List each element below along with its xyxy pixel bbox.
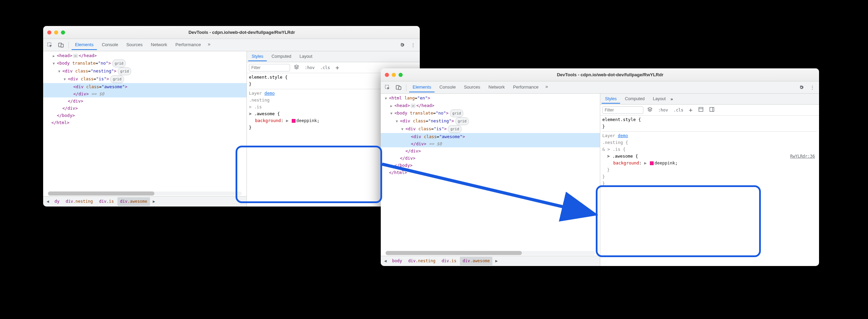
new-rule-button[interactable]: +: [687, 107, 694, 113]
horizontal-scrollbar[interactable]: [386, 251, 595, 255]
tab-computed[interactable]: Computed: [621, 95, 648, 104]
sidebar-toggle-icon[interactable]: [707, 106, 716, 114]
grid-badge[interactable]: grid: [450, 109, 463, 117]
dom-html-close[interactable]: </html>: [43, 119, 247, 126]
source-link[interactable]: RwYLRdr:36: [790, 153, 815, 160]
dom-div-is[interactable]: ▼<div class="is">grid: [381, 125, 600, 133]
breadcrumb-awesome[interactable]: div.awesome: [460, 257, 492, 265]
breadcrumb-prev-icon[interactable]: ◀: [382, 257, 389, 265]
dom-head[interactable]: ▶<head>⋯</head>: [381, 102, 600, 109]
kebab-menu-icon[interactable]: ⋮: [408, 40, 418, 50]
dom-div-is[interactable]: ▼<div class="is">grid: [43, 75, 247, 83]
layers-icon[interactable]: [645, 106, 654, 114]
grid-badge[interactable]: grid: [110, 75, 124, 83]
breadcrumb-awesome[interactable]: div.awesome: [117, 197, 150, 206]
dom-div-awesome[interactable]: <div class="awesome">: [381, 133, 600, 140]
grid-badge[interactable]: grid: [448, 125, 461, 133]
minimize-icon[interactable]: [54, 30, 58, 35]
cls-button[interactable]: .cls: [672, 107, 685, 113]
tab-styles[interactable]: Styles: [248, 52, 267, 61]
grid-badge[interactable]: grid: [118, 67, 131, 75]
device-toggle-icon[interactable]: [394, 83, 403, 92]
breadcrumb-body[interactable]: body: [389, 257, 405, 265]
dom-div-is-close[interactable]: </div>: [43, 97, 247, 105]
settings-icon[interactable]: [397, 40, 407, 50]
layers-icon[interactable]: [292, 64, 301, 71]
dom-tree[interactable]: ▼<html lang="en"> ▶<head>⋯</head> ▼<body…: [381, 94, 600, 251]
styles-body[interactable]: element.style { } Layer demo RwYLRdr:36 …: [600, 116, 819, 188]
dom-body[interactable]: ▼<body translate="no">grid: [381, 109, 600, 117]
dom-div-awesome-close[interactable]: </div> == $0: [43, 90, 247, 97]
tab-console[interactable]: Console: [436, 82, 459, 92]
tab-elements[interactable]: Elements: [409, 82, 435, 92]
new-rule-button[interactable]: +: [334, 65, 341, 71]
tab-sources[interactable]: Sources: [123, 40, 146, 50]
tabs-overflow-icon[interactable]: »: [206, 40, 213, 50]
dom-html[interactable]: ▼<html lang="en">: [381, 94, 600, 102]
device-toggle-icon[interactable]: [56, 40, 66, 50]
inspect-icon[interactable]: [45, 40, 55, 50]
kebab-menu-icon[interactable]: ⋮: [807, 83, 817, 92]
tab-network[interactable]: Network: [485, 82, 508, 92]
breadcrumb-prev-icon[interactable]: ◀: [45, 198, 51, 205]
tab-elements[interactable]: Elements: [72, 40, 97, 50]
breadcrumb-next-icon[interactable]: ▶: [151, 198, 157, 205]
color-swatch-icon[interactable]: [292, 119, 295, 123]
tab-network[interactable]: Network: [148, 40, 171, 50]
dom-body-close[interactable]: </body>: [381, 162, 600, 169]
layer-link[interactable]: demo: [618, 133, 628, 138]
dom-div-awesome[interactable]: <div class="awesome">: [43, 83, 247, 90]
dom-div-nesting-close[interactable]: </div>: [43, 105, 247, 112]
horizontal-scrollbar[interactable]: [48, 191, 242, 196]
breadcrumb-is[interactable]: div.is: [96, 197, 116, 206]
dom-head[interactable]: ▶<head>⋯</head>: [43, 52, 247, 59]
dom-div-nesting[interactable]: ▼<div class="nesting">grid: [43, 67, 247, 75]
color-swatch-icon[interactable]: [650, 161, 654, 165]
tab-sources[interactable]: Sources: [461, 82, 484, 92]
dom-div-awesome-close[interactable]: </div> == $0: [381, 140, 600, 147]
selector-awesome[interactable]: > .awesome {: [602, 153, 817, 160]
filter-input[interactable]: [602, 106, 643, 114]
inspect-icon[interactable]: [383, 83, 392, 92]
tab-console[interactable]: Console: [98, 40, 122, 50]
dom-div-nesting-close[interactable]: </div>: [381, 155, 600, 162]
zoom-icon[interactable]: [399, 73, 403, 77]
breadcrumb-body[interactable]: dy: [52, 197, 62, 206]
close-icon[interactable]: [385, 73, 389, 77]
tab-layout[interactable]: Layout: [296, 52, 316, 61]
css-declaration[interactable]: background: ▶ deeppink;: [602, 160, 817, 167]
breadcrumb-next-icon[interactable]: ▶: [493, 257, 500, 265]
breadcrumb-is[interactable]: div.is: [439, 257, 459, 265]
dom-html-close[interactable]: </html>: [381, 169, 600, 176]
grid-badge[interactable]: grid: [112, 59, 126, 67]
element-style-rule[interactable]: element.style {: [602, 116, 817, 123]
styles-tabs-overflow-icon[interactable]: »: [670, 97, 673, 102]
dom-div-is-close[interactable]: </div>: [381, 147, 600, 155]
selector-is[interactable]: & > .is {: [602, 146, 817, 153]
selector-nesting[interactable]: .nesting {: [602, 139, 817, 146]
panel-tabs: Elements Console Sources Network Perform…: [409, 82, 550, 92]
dom-tree[interactable]: ▶<head>⋯</head> ▼<body translate="no">gr…: [43, 51, 247, 191]
filter-input[interactable]: [249, 64, 290, 71]
close-icon[interactable]: [47, 30, 51, 35]
settings-icon[interactable]: [796, 83, 806, 92]
tab-layout[interactable]: Layout: [650, 95, 669, 104]
grid-badge[interactable]: grid: [455, 117, 469, 125]
minimize-icon[interactable]: [392, 73, 396, 77]
zoom-icon[interactable]: [61, 30, 65, 35]
breadcrumb-nesting[interactable]: div.nesting: [63, 197, 96, 206]
dom-body[interactable]: ▼<body translate="no">grid: [43, 59, 247, 67]
computed-toggle-icon[interactable]: [696, 106, 705, 114]
layer-link[interactable]: demo: [264, 91, 275, 96]
hov-button[interactable]: :hov: [656, 107, 670, 113]
dom-div-nesting[interactable]: ▼<div class="nesting">grid: [381, 117, 600, 125]
hov-button[interactable]: :hov: [303, 65, 316, 71]
breadcrumb-nesting[interactable]: div.nesting: [405, 257, 438, 265]
tab-computed[interactable]: Computed: [268, 52, 295, 61]
tab-styles[interactable]: Styles: [602, 95, 620, 104]
tabs-overflow-icon[interactable]: »: [543, 82, 550, 92]
dom-body-close[interactable]: </body>: [43, 112, 247, 119]
cls-button[interactable]: .cls: [318, 65, 332, 71]
tab-performance[interactable]: Performance: [510, 82, 542, 92]
tab-performance[interactable]: Performance: [172, 40, 204, 50]
